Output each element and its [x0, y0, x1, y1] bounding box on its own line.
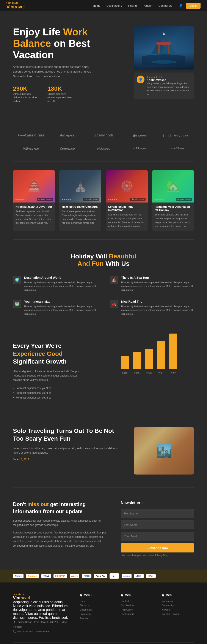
- payment-icon-discover: DISCOVER: [53, 574, 67, 578]
- chart-bar-2021: 2021: [157, 341, 165, 374]
- brand-item: nogeblure: [158, 144, 194, 152]
- chart-bar: [157, 341, 165, 369]
- footer-col-3: ◉ Menu Inspiration Community Network Inv…: [162, 593, 194, 634]
- footer-col-1: ◉ Menu Home About Us Destination Promoti…: [80, 593, 112, 634]
- svg-rect-3: [157, 44, 170, 45]
- holiday-heading: Holiday Will Beautiful And Fun With Us: [13, 252, 194, 267]
- email-input[interactable]: [121, 532, 194, 541]
- footer-menu-item[interactable]: Help Center: [121, 608, 153, 611]
- dest-img-icon: 🏡: [167, 180, 180, 192]
- dest-card-image: 🎡 ★★★★★ Hirosaki, Japan: [106, 170, 148, 202]
- footer-menu-item[interactable]: Contact Us: [121, 600, 153, 602]
- dest-location-tag: Hirosaki, Japan: [83, 198, 99, 201]
- feature-icon-map: 🗺️: [13, 300, 21, 308]
- destinations-grid: 🏯 ★★★★★ Hirosaki, Japan Hirosaki Japan 3…: [13, 170, 194, 230]
- stat-2-label: Ultrices dignissim ultrices turpis sed v…: [47, 92, 73, 103]
- features-grid: 🌍 Destination Around World Ultrices dign…: [13, 276, 194, 316]
- feature-icon-road: 🚗: [110, 300, 118, 308]
- testimonial-content: ★★★★★ 5.0 Kristin Watson Many desktop pu…: [147, 76, 191, 96]
- chart-bar-2018: 2018: [121, 356, 129, 374]
- footer-menu-item[interactable]: Community: [162, 604, 194, 607]
- brand-item: Patragoe's: [49, 132, 85, 139]
- payment-icon-amex: AMEX: [82, 574, 91, 578]
- growth-body: Ultrices dignissim ultrices turpis sed v…: [13, 369, 82, 382]
- footer-menu-item[interactable]: Inspiration: [162, 600, 194, 602]
- chart-bar: [145, 349, 153, 369]
- dest-card-info: Hirosaki Japan 3 Days Tour Sed libero eg…: [13, 202, 55, 227]
- footer-menu-3-title: ◉ Menu: [162, 593, 194, 597]
- brand-item: ◉ aogoues: [122, 132, 158, 139]
- footer-menu-item[interactable]: Home: [80, 600, 112, 602]
- nav-item-home[interactable]: Home: [93, 4, 100, 8]
- nav-item-pricing[interactable]: Pricing: [128, 4, 137, 8]
- footer-menu-item[interactable]: Investor Relation: [162, 613, 194, 615]
- dest-location-tag: Hirosaki, Japan: [37, 198, 53, 201]
- payment-icon-visa: VISA: [41, 574, 51, 578]
- dest-title: Hirosaki Japan 3 Days Tour: [15, 205, 52, 208]
- destination-card: 🏯 ★★★★★ Hirosaki, Japan Hirosaki Japan 3…: [13, 170, 55, 230]
- dest-stars: ★★★★★: [108, 198, 118, 201]
- dest-desc: Sed libero egestas duis nisl nisl. Cras …: [108, 213, 145, 228]
- dest-img-icon: ⛪: [74, 180, 87, 192]
- footer-menu-item[interactable]: About Us: [80, 604, 112, 607]
- dest-location-tag: Hirosaki, Japan: [176, 198, 192, 201]
- growth-list-item: For most experiences, you'll be: [13, 396, 108, 399]
- chart-label: 2020: [146, 372, 152, 374]
- feature-title: Your Itinerary Map: [24, 300, 97, 303]
- footer-menu-item[interactable]: Our Services: [121, 604, 153, 607]
- user-icon[interactable]: 👤: [179, 4, 183, 8]
- login-button[interactable]: Login: [186, 3, 201, 9]
- brand-item: Wiinstr●ne: [13, 144, 49, 152]
- dest-location-tag: Hirosaki, Japan: [130, 198, 146, 201]
- nav-item-destination[interactable]: Destination: [107, 4, 122, 8]
- payment-icon-dpay: DPay: [146, 574, 156, 578]
- chart-bar-2022: 2022: [169, 334, 177, 374]
- lastname-input[interactable]: [121, 520, 194, 529]
- newsletter-heading: Don't miss out get interesting informati…: [13, 501, 108, 515]
- brand-item: | | | | | Aogoues: [158, 132, 194, 139]
- growth-list-item: For most experiences, you'll be: [13, 392, 108, 394]
- dest-stars: ★★★★★: [61, 198, 71, 201]
- brands-section: famous Classic Tase Patragoe's Soebanbdi…: [0, 122, 207, 161]
- firstname-input[interactable]: [121, 509, 194, 518]
- footer-menu-item[interactable]: Our Support: [121, 613, 153, 615]
- hero-section: Enjoy Life Work Balance on Best Vacation…: [0, 11, 207, 122]
- footer-menu-1-list: Home About Us Destination Promotion Paym…: [80, 600, 112, 620]
- growth-list-item: For most experiences, you'll be: [13, 387, 108, 390]
- footer-menu-2-list: Contact Us Our Services Help Center Our …: [121, 600, 153, 615]
- subscribe-button[interactable]: Subscribe Now: [121, 544, 194, 552]
- destination-card: ⛪ ★★★★★ Hirosaki, Japan Near Notre Dame …: [59, 170, 101, 230]
- footer-brand: template Vintravel Adipiscing in elit cu…: [13, 593, 71, 634]
- solo-body: Lorem ipsum dolor sit amet, consectetur …: [13, 446, 123, 455]
- hero-image-block: 👤 ★★★★★ 5.0 Kristin Watson Many desktop …: [134, 26, 194, 99]
- chart-bar-2020: 2020: [145, 349, 153, 374]
- testimonial-text: Many desktop publishing packages find we…: [147, 82, 191, 96]
- stat-1-label: Ultrices dignissim ultrices turpis sed v…: [13, 92, 39, 103]
- navbar: template Vintravel Home Destination Pric…: [0, 0, 207, 11]
- nav-item-contact[interactable]: Contact Us: [159, 4, 172, 8]
- dest-title: Romantic Villa Destination for Holiday: [155, 205, 192, 212]
- footer-menu-item[interactable]: Destination: [80, 608, 112, 611]
- footer-contact: 📍 London Bridge Street Plaza, 14 39P200,…: [13, 620, 71, 634]
- brand-item: famous Classic Tase: [13, 131, 49, 140]
- feature-title: Destination Around World: [24, 276, 97, 279]
- feature-item: ⛵ There Is A Sea Tour Ultrices dignissim…: [110, 276, 194, 292]
- feature-desc: Ultrices dignissim ultrices turpis sed v…: [121, 304, 194, 316]
- footer-menu-item[interactable]: Network: [162, 608, 194, 611]
- brands-grid: famous Classic Tase Patragoe's Soebanbdi…: [13, 131, 194, 153]
- feature-icon-sea: ⛵: [110, 276, 118, 284]
- svg-rect-4: [156, 42, 172, 44]
- nav-item-pages[interactable]: Pages: [143, 4, 153, 8]
- solo-image: [134, 427, 194, 474]
- footer-menu-3-list: Inspiration Community Network Investor R…: [162, 600, 194, 615]
- hero-text: Enjoy Life Work Balance on Best Vacation…: [13, 26, 125, 109]
- chart-label: 2018: [122, 372, 127, 374]
- footer-menu-item[interactable]: Payment: [80, 617, 112, 620]
- dest-stars: ★★★★★: [154, 198, 164, 201]
- chart-label: 2022: [171, 372, 176, 374]
- holiday-section: Holiday Will Beautiful And Fun With Us 🌍…: [0, 240, 207, 329]
- footer-address: 📍 London Bridge Street Plaza, 14 39P200,…: [13, 620, 71, 629]
- payment-icon-alipay: Alipay: [13, 574, 23, 578]
- chart-bars-container: 2018 2019 2020 2021 2022: [121, 342, 194, 381]
- footer-menu-item[interactable]: Promotion: [80, 613, 112, 615]
